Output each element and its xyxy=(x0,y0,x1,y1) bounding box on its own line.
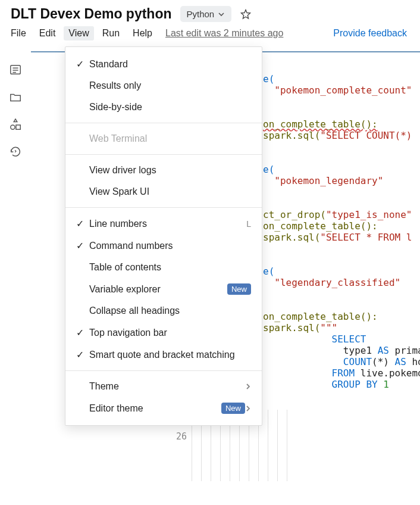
view-command-numbers[interactable]: ✓ Command numbers xyxy=(65,235,262,257)
new-badge: New xyxy=(221,403,245,414)
view-dropdown: ✓ Standard Results only Side-by-side Web… xyxy=(65,46,262,426)
view-editor-theme[interactable]: Editor theme New xyxy=(65,397,262,419)
toc-icon[interactable] xyxy=(9,63,22,76)
view-standard[interactable]: ✓ Standard xyxy=(65,53,262,75)
view-line-numbers[interactable]: ✓ Line numbers L xyxy=(65,213,262,235)
view-results-only[interactable]: Results only xyxy=(65,75,262,96)
separator xyxy=(65,207,262,208)
menu-run[interactable]: Run xyxy=(102,28,120,39)
menu-view[interactable]: View xyxy=(64,26,93,40)
star-icon[interactable] xyxy=(240,8,252,20)
menu-bar: File Edit View Run Help Last edit was 2 … xyxy=(11,22,409,43)
chevron-right-icon xyxy=(245,404,251,413)
separator xyxy=(65,370,262,371)
refresh-icon[interactable] xyxy=(9,145,22,158)
check-icon: ✓ xyxy=(76,349,89,360)
header-title-row: DLT Devex Demo python Python xyxy=(11,6,409,22)
language-label: Python xyxy=(187,9,215,19)
svg-rect-5 xyxy=(16,125,20,129)
last-edit-link[interactable]: Last edit was 2 minutes ago xyxy=(165,28,283,39)
language-selector[interactable]: Python xyxy=(180,6,232,22)
view-top-nav[interactable]: ✓ Top navigation bar xyxy=(65,322,262,344)
check-icon: ✓ xyxy=(76,327,89,338)
check-icon: ✓ xyxy=(76,218,89,229)
menu-edit[interactable]: Edit xyxy=(39,28,56,39)
chevron-down-icon xyxy=(218,11,225,18)
view-variable-explorer[interactable]: Variable explorer New xyxy=(65,278,262,300)
shapes-icon[interactable] xyxy=(9,118,22,131)
view-theme[interactable]: Theme xyxy=(65,376,262,397)
check-icon: ✓ xyxy=(76,240,89,251)
view-side-by-side[interactable]: Side-by-side xyxy=(65,96,262,118)
notebook-title[interactable]: DLT Devex Demo python xyxy=(11,6,172,22)
menu-help[interactable]: Help xyxy=(133,28,152,39)
view-spark-ui[interactable]: View Spark UI xyxy=(65,181,262,202)
new-badge: New xyxy=(227,283,251,295)
check-icon: ✓ xyxy=(76,58,89,70)
shortcut: L xyxy=(246,219,251,229)
provide-feedback-link[interactable]: Provide feedback xyxy=(333,28,409,39)
view-toc[interactable]: Table of contents xyxy=(65,257,262,278)
line-number: 26 xyxy=(163,431,187,442)
svg-point-4 xyxy=(11,125,15,129)
view-smart-quote[interactable]: ✓ Smart quote and bracket matching xyxy=(65,344,262,366)
folder-icon[interactable] xyxy=(9,91,22,104)
view-collapse-headings[interactable]: Collapse all headings xyxy=(65,300,262,322)
view-web-terminal: Web Terminal xyxy=(65,128,262,149)
view-driver-logs[interactable]: View driver logs xyxy=(65,160,262,181)
separator xyxy=(65,154,262,155)
code-view: e( "pokemon_complete_count" on_complete_… xyxy=(257,56,420,401)
separator xyxy=(65,123,262,123)
left-rail xyxy=(0,51,31,505)
menu-file[interactable]: File xyxy=(11,28,26,39)
chevron-right-icon xyxy=(245,382,251,391)
